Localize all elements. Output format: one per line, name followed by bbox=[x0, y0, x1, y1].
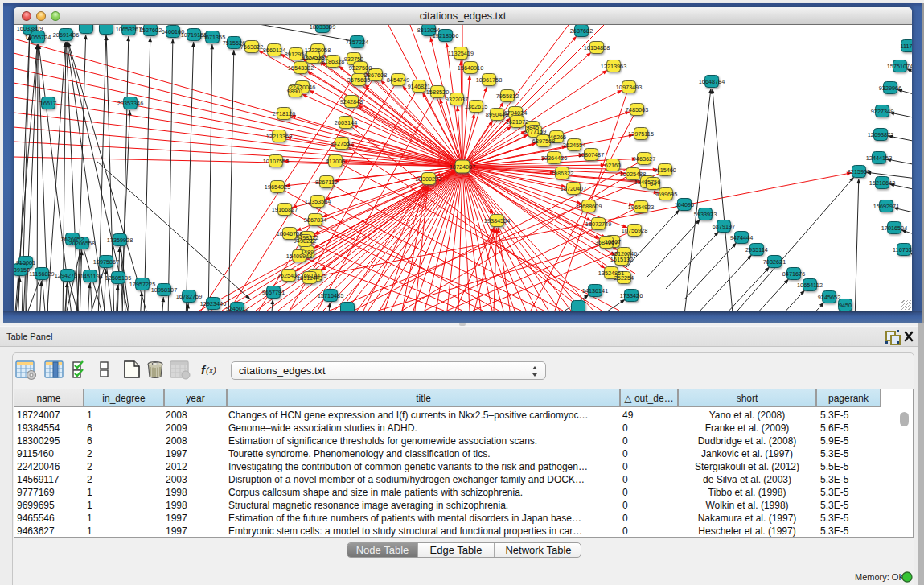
svg-text:7485063: 7485063 bbox=[626, 106, 648, 113]
svg-text:19654923: 19654923 bbox=[628, 204, 654, 211]
svg-text:16648784: 16648784 bbox=[699, 78, 725, 85]
svg-text:10688609: 10688609 bbox=[576, 203, 602, 210]
svg-text:1362615: 1362615 bbox=[465, 103, 487, 110]
svg-text:18720407: 18720407 bbox=[561, 185, 586, 192]
svg-text:10046708: 10046708 bbox=[277, 230, 302, 237]
svg-text:18724007: 18724007 bbox=[450, 163, 475, 171]
svg-text:9245012: 9245012 bbox=[226, 305, 248, 311]
svg-text:9699695: 9699695 bbox=[655, 191, 677, 198]
svg-text:10807487: 10807487 bbox=[578, 151, 604, 159]
svg-text:9322037: 9322037 bbox=[446, 96, 468, 103]
svg-text:10973493: 10973493 bbox=[616, 84, 642, 91]
svg-text:28300273: 28300273 bbox=[416, 175, 441, 183]
svg-text:19384554: 19384554 bbox=[484, 217, 510, 225]
svg-text:8454749: 8454749 bbox=[387, 76, 409, 84]
svg-text:10025488: 10025488 bbox=[620, 171, 646, 178]
svg-text:6794024: 6794024 bbox=[504, 109, 527, 117]
svg-text:9329966: 9329966 bbox=[879, 84, 901, 92]
svg-text:64: 64 bbox=[650, 180, 656, 187]
svg-text:13226058: 13226058 bbox=[305, 47, 331, 54]
svg-text:10654112: 10654112 bbox=[797, 282, 823, 289]
svg-text:12975115: 12975115 bbox=[628, 130, 654, 138]
svg-text:10033809: 10033809 bbox=[310, 25, 335, 31]
svg-text:16671355: 16671355 bbox=[199, 34, 225, 41]
svg-text:17359928: 17359928 bbox=[107, 237, 133, 244]
svg-text:15409948: 15409948 bbox=[286, 253, 312, 260]
svg-text:14136141: 14136141 bbox=[582, 287, 608, 295]
svg-text:10107553: 10107553 bbox=[263, 158, 289, 165]
svg-text:11325419: 11325419 bbox=[448, 50, 474, 57]
svg-text:19654923: 19654923 bbox=[265, 183, 290, 191]
svg-text:16154808: 16154808 bbox=[584, 44, 610, 51]
svg-text:915001: 915001 bbox=[16, 259, 35, 266]
svg-text:8186328: 8186328 bbox=[322, 58, 344, 65]
svg-text:3624554: 3624554 bbox=[563, 142, 585, 149]
svg-text:20353346: 20353346 bbox=[117, 100, 143, 107]
svg-text:16782759: 16782759 bbox=[176, 293, 202, 300]
svg-text:16210643: 16210643 bbox=[869, 179, 895, 187]
svg-text:20206558: 20206558 bbox=[69, 240, 95, 247]
svg-text:3675685: 3675685 bbox=[347, 76, 370, 84]
svg-text:18072749: 18072749 bbox=[585, 220, 611, 228]
svg-text:10975867: 10975867 bbox=[93, 258, 119, 266]
svg-text:16617: 16617 bbox=[40, 100, 56, 107]
svg-text:7986322: 7986322 bbox=[551, 170, 573, 177]
svg-text:9115460: 9115460 bbox=[654, 167, 676, 174]
svg-text:2603144: 2603144 bbox=[335, 119, 357, 126]
svg-text:1527602: 1527602 bbox=[139, 27, 162, 34]
svg-text:9498222: 9498222 bbox=[294, 237, 316, 245]
svg-text:417006: 417006 bbox=[326, 158, 345, 165]
svg-text:932750: 932750 bbox=[344, 56, 363, 63]
svg-text:8660124: 8660124 bbox=[263, 47, 285, 54]
svg-text:9474444: 9474444 bbox=[730, 234, 753, 241]
svg-text:10958107: 10958107 bbox=[151, 286, 177, 294]
svg-text:12923446: 12923446 bbox=[200, 300, 226, 307]
svg-text:19218506: 19218506 bbox=[433, 32, 458, 39]
svg-text:7032621: 7032621 bbox=[763, 258, 786, 266]
svg-text:15716485: 15716485 bbox=[318, 292, 343, 299]
svg-text:6879197: 6879197 bbox=[713, 223, 735, 230]
svg-text:62160: 62160 bbox=[605, 162, 621, 169]
svg-text:7663822: 7663822 bbox=[240, 43, 263, 51]
svg-text:11174: 11174 bbox=[900, 43, 912, 50]
svg-text:17016504: 17016504 bbox=[881, 225, 907, 232]
svg-text:9463627: 9463627 bbox=[633, 155, 655, 163]
svg-text:2718126: 2718126 bbox=[273, 110, 295, 117]
svg-text:9657791: 9657791 bbox=[262, 289, 285, 296]
svg-text:16543382: 16543382 bbox=[288, 64, 314, 72]
svg-text:20691406: 20691406 bbox=[53, 31, 79, 39]
svg-text:11451194: 11451194 bbox=[77, 273, 102, 280]
svg-text:16911443: 16911443 bbox=[297, 274, 322, 282]
svg-text:12213963: 12213963 bbox=[601, 63, 626, 70]
svg-text:98901: 98901 bbox=[287, 88, 303, 95]
svg-text:1588520: 1588520 bbox=[426, 89, 449, 96]
svg-text:(x): (x) bbox=[206, 365, 216, 375]
svg-text:9777169: 9777169 bbox=[524, 128, 546, 135]
svg-text:15751074: 15751074 bbox=[887, 63, 912, 70]
svg-text:13495756: 13495756 bbox=[634, 179, 660, 186]
svg-text:12505135: 12505135 bbox=[105, 274, 131, 282]
svg-text:10961758: 10961758 bbox=[476, 76, 502, 84]
svg-text:746266: 746266 bbox=[547, 134, 566, 141]
svg-text:19166827: 19166827 bbox=[272, 206, 298, 213]
svg-text:8267110: 8267110 bbox=[315, 179, 338, 186]
svg-text:164095: 164095 bbox=[675, 201, 694, 208]
svg-text:7357224: 7357224 bbox=[346, 39, 368, 46]
svg-text:15640910: 15640910 bbox=[458, 64, 483, 72]
svg-text:2935114: 2935114 bbox=[745, 246, 768, 253]
svg-text:12213369: 12213369 bbox=[266, 133, 292, 140]
svg-text:9450: 9450 bbox=[839, 302, 852, 309]
svg-text:12353594: 12353594 bbox=[305, 198, 331, 205]
svg-text:3867834: 3867834 bbox=[304, 216, 326, 224]
svg-text:12444153: 12444153 bbox=[866, 154, 892, 162]
svg-text:15692971: 15692971 bbox=[873, 203, 899, 210]
svg-text:7955812: 7955812 bbox=[496, 93, 519, 100]
svg-text:8215955: 8215955 bbox=[848, 168, 870, 175]
svg-text:2687682: 2687682 bbox=[570, 27, 593, 35]
svg-text:8471676: 8471676 bbox=[782, 270, 805, 278]
svg-text:11156829: 11156829 bbox=[29, 270, 54, 278]
svg-text:10756928: 10756928 bbox=[622, 227, 647, 234]
svg-text:9242848: 9242848 bbox=[340, 98, 363, 105]
svg-text:939159: 939159 bbox=[14, 266, 30, 274]
svg-text:1733426: 1733426 bbox=[620, 292, 643, 299]
